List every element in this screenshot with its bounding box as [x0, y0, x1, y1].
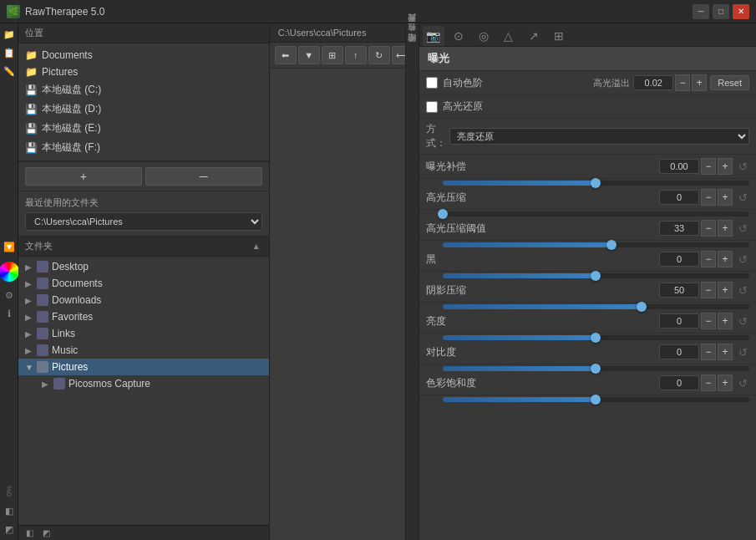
- highlight-comp-undo[interactable]: ↺: [736, 191, 749, 204]
- highlight-recovery-checkbox[interactable]: [426, 101, 438, 113]
- slider-thumb[interactable]: [591, 364, 601, 374]
- rp-tab-exposure[interactable]: 📷: [423, 26, 444, 46]
- saturation-slider[interactable]: [443, 397, 749, 402]
- highlight-comp-plus[interactable]: +: [718, 189, 733, 206]
- highlight-threshold-minus[interactable]: −: [701, 220, 716, 237]
- tool-filter[interactable]: ▼: [298, 46, 320, 64]
- mode-select[interactable]: 亮度还原: [449, 128, 749, 145]
- contrast-minus[interactable]: −: [701, 344, 716, 360]
- exposure-comp-undo[interactable]: ↺: [736, 160, 749, 173]
- add-location-button[interactable]: +: [25, 167, 142, 186]
- sidebar-info-btn[interactable]: ℹ: [2, 307, 17, 322]
- saturation-minus[interactable]: −: [701, 374, 716, 391]
- contrast-undo[interactable]: ↺: [736, 345, 749, 359]
- reset-button[interactable]: Reset: [710, 75, 749, 90]
- sidebar-settings-btn[interactable]: ⚙: [2, 288, 17, 303]
- right-tab-develop[interactable]: 图片开发: [404, 23, 419, 33]
- color-wheel[interactable]: [0, 262, 19, 282]
- black-undo[interactable]: ↺: [736, 252, 749, 266]
- remove-location-button[interactable]: ─: [145, 167, 262, 186]
- highlight-comp-slider[interactable]: [443, 211, 749, 217]
- tree-item-picosmos[interactable]: ▶ Picosmos Capture: [18, 375, 269, 392]
- highlight-threshold-value[interactable]: 33: [659, 221, 699, 236]
- tree-item-music[interactable]: ▶ Music: [18, 342, 269, 359]
- shadow-comp-slider[interactable]: [443, 304, 749, 309]
- saturation-plus[interactable]: +: [718, 374, 733, 391]
- sidebar-bottom-icon1[interactable]: ◧: [2, 503, 17, 518]
- location-documents[interactable]: 📁 Documents: [18, 47, 269, 64]
- bottom-icon-2[interactable]: ◩: [40, 527, 52, 539]
- rp-tab-meta[interactable]: ⊞: [548, 26, 570, 46]
- slider-thumb[interactable]: [591, 333, 601, 343]
- black-plus[interactable]: +: [718, 251, 733, 267]
- auto-levels-plus[interactable]: +: [692, 74, 707, 91]
- sidebar-queue-btn[interactable]: 📋: [2, 45, 17, 60]
- tree-item-desktop[interactable]: ▶ Desktop: [18, 258, 269, 275]
- brightness-minus[interactable]: −: [701, 313, 716, 329]
- brightness-value[interactable]: 0: [659, 313, 699, 329]
- minimize-button[interactable]: ─: [693, 4, 709, 19]
- location-drive-d[interactable]: 💾 本地磁盘 (D:): [18, 99, 269, 119]
- tree-scroll-up[interactable]: ▲: [251, 240, 262, 252]
- black-slider[interactable]: [443, 273, 749, 278]
- tree-item-downloads[interactable]: ▶ Downloads: [18, 292, 269, 308]
- black-value[interactable]: 0: [659, 252, 699, 267]
- contrast-slider[interactable]: [443, 366, 749, 371]
- recent-folders-select[interactable]: C:\Users\cca\Pictures: [25, 212, 262, 231]
- sidebar-filebrowser-btn[interactable]: 📁: [2, 27, 17, 42]
- shadow-comp-undo[interactable]: ↺: [736, 283, 749, 297]
- exposure-comp-minus[interactable]: −: [701, 158, 716, 175]
- sidebar-editor-btn[interactable]: ✏️: [2, 64, 17, 79]
- location-drive-c[interactable]: 💾 本地磁盘 (C:): [18, 80, 269, 99]
- saturation-value[interactable]: 0: [659, 375, 699, 390]
- shadow-comp-plus[interactable]: +: [718, 282, 733, 298]
- slider-thumb[interactable]: [591, 178, 601, 188]
- location-drive-f[interactable]: 💾 本地磁盘 (F:): [18, 138, 269, 157]
- shadow-comp-value[interactable]: 50: [659, 283, 699, 298]
- auto-levels-minus[interactable]: −: [675, 74, 690, 91]
- slider-thumb[interactable]: [438, 209, 448, 219]
- brightness-undo[interactable]: ↺: [736, 314, 749, 328]
- tool-grid[interactable]: ⊞: [322, 46, 343, 64]
- brightness-slider[interactable]: [443, 335, 749, 340]
- tool-nav-back[interactable]: ⬅: [275, 46, 297, 64]
- location-drive-e[interactable]: 💾 本地磁盘 (E:): [18, 119, 269, 138]
- sidebar-filter-btn[interactable]: 🔽: [2, 240, 17, 255]
- tree-item-links[interactable]: ▶ Links: [18, 325, 269, 342]
- tool-up[interactable]: ↑: [345, 46, 367, 64]
- shadow-comp-minus[interactable]: −: [701, 282, 716, 298]
- auto-levels-value[interactable]: 0.02: [633, 75, 673, 90]
- slider-thumb[interactable]: [591, 395, 601, 405]
- slider-thumb[interactable]: [591, 271, 601, 281]
- location-pictures[interactable]: 📁 Pictures: [18, 64, 269, 80]
- exposure-comp-slider[interactable]: [443, 181, 749, 186]
- tree-item-pictures[interactable]: ▼ Pictures: [18, 359, 269, 375]
- rp-tab-transform[interactable]: △: [498, 26, 520, 46]
- exposure-comp-value[interactable]: 0.00: [659, 159, 699, 174]
- sidebar-bottom-icon2[interactable]: ◩: [2, 522, 17, 537]
- highlight-threshold-undo[interactable]: ↺: [736, 222, 749, 235]
- exposure-comp-plus[interactable]: +: [718, 158, 733, 175]
- auto-levels-checkbox[interactable]: [426, 77, 438, 89]
- right-tab-inspect[interactable]: 检查: [404, 33, 419, 43]
- rp-tab-detail[interactable]: ◎: [473, 26, 495, 46]
- title-controls[interactable]: ─ □ ✕: [693, 4, 749, 19]
- black-minus[interactable]: −: [701, 251, 716, 267]
- highlight-comp-minus[interactable]: −: [701, 189, 716, 206]
- slider-thumb[interactable]: [637, 302, 647, 312]
- rp-tab-raw[interactable]: ↗: [523, 26, 545, 46]
- right-tab-thumb[interactable]: 缩略图: [404, 43, 419, 53]
- highlight-threshold-slider[interactable]: [443, 242, 749, 247]
- brightness-plus[interactable]: +: [718, 313, 733, 329]
- contrast-plus[interactable]: +: [718, 344, 733, 360]
- highlight-comp-value[interactable]: 0: [659, 190, 699, 205]
- tree-item-favorites[interactable]: ▶ Favorites: [18, 308, 269, 325]
- close-button[interactable]: ✕: [733, 4, 749, 19]
- contrast-value[interactable]: 0: [659, 344, 699, 359]
- maximize-button[interactable]: □: [713, 4, 729, 19]
- tool-refresh[interactable]: ↻: [368, 46, 390, 64]
- highlight-threshold-plus[interactable]: +: [718, 220, 733, 237]
- bottom-icon-1[interactable]: ◧: [23, 527, 35, 539]
- slider-thumb[interactable]: [606, 240, 616, 250]
- rp-tab-color[interactable]: ⊙: [448, 26, 469, 46]
